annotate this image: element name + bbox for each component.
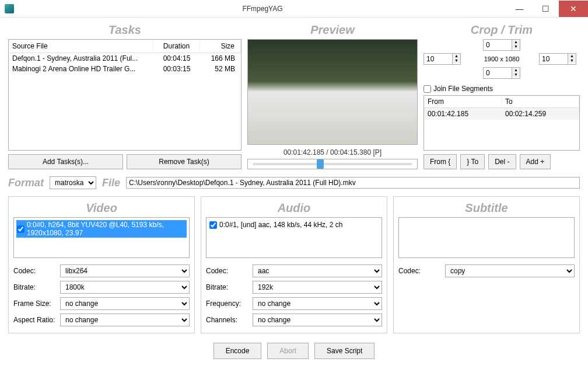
segment-row[interactable]: 00:01:42.185 00:02:14.259 <box>424 108 579 120</box>
add-tasks-button[interactable]: Add Tasks(s)... <box>8 154 123 169</box>
titlebar: FFmpegYAG — ☐ ✕ <box>0 0 588 18</box>
segments-table[interactable]: From To 00:01:42.185 00:02:14.259 <box>424 95 580 151</box>
save-script-button[interactable]: Save Script <box>314 343 374 359</box>
encode-button[interactable]: Encode <box>214 343 262 359</box>
window-title: FFmpegYAG <box>19 5 506 13</box>
preview-heading: Preview <box>247 23 418 37</box>
app-icon <box>5 4 14 13</box>
tasks-heading: Tasks <box>8 23 242 37</box>
col-duration[interactable]: Duration <box>153 40 200 53</box>
crop-heading: Crop / Trim <box>424 23 580 37</box>
subtitle-heading: Subtitle <box>398 201 575 215</box>
audio-codec-select[interactable]: aac <box>253 264 382 277</box>
video-stream-list[interactable]: 0:0#0, h264, 8bit YUV420 @L40, 5193 kb/s… <box>13 217 190 258</box>
video-stream-item[interactable]: 0:0#0, h264, 8bit YUV420 @L40, 5193 kb/s… <box>16 220 187 238</box>
abort-button[interactable]: Abort <box>267 343 309 359</box>
maximize-button[interactable]: ☐ <box>533 1 559 17</box>
video-stream-checkbox[interactable] <box>17 225 24 233</box>
video-heading: Video <box>13 201 190 215</box>
video-framesize-select[interactable]: no change <box>60 297 190 310</box>
close-button[interactable]: ✕ <box>559 1 588 17</box>
remove-tasks-button[interactable]: Remove Task(s) <box>127 154 242 169</box>
crop-bottom-input[interactable] <box>483 67 512 79</box>
crop-left-input[interactable] <box>424 53 453 65</box>
to-button[interactable]: } To <box>460 154 485 169</box>
audio-stream-item[interactable]: 0:0#1, [und] aac, 148 kb/s, 44 kHz, 2 ch <box>209 220 379 229</box>
task-row[interactable]: Mabinogi 2 Arena Online HD Trailer G... … <box>9 64 241 74</box>
crop-top-input[interactable] <box>483 39 512 51</box>
task-row[interactable]: Defqon.1 - Sydney, Australia 2011 (Ful..… <box>9 53 241 64</box>
spin-buttons[interactable]: ▲▼ <box>453 53 461 65</box>
audio-heading: Audio <box>206 201 382 215</box>
format-select[interactable]: matroska <box>50 176 96 189</box>
format-label: Format <box>8 177 44 189</box>
video-codec-select[interactable]: libx264 <box>60 264 190 277</box>
seek-slider[interactable] <box>247 159 418 169</box>
file-label: File <box>102 177 120 189</box>
video-bitrate-select[interactable]: 1800k <box>60 281 190 294</box>
preview-video[interactable] <box>247 39 418 145</box>
audio-stream-checkbox[interactable] <box>209 221 217 229</box>
join-segments-label: Join File Segments <box>433 85 493 93</box>
slider-thumb[interactable] <box>317 159 324 169</box>
subtitle-stream-list[interactable] <box>398 217 575 258</box>
spin-buttons[interactable]: ▲▼ <box>568 53 576 65</box>
subtitle-codec-select[interactable]: copy <box>445 264 575 277</box>
audio-channels-select[interactable]: no change <box>253 314 382 326</box>
minimize-button[interactable]: — <box>506 1 533 17</box>
add-segment-button[interactable]: Add + <box>520 154 551 169</box>
from-button[interactable]: From { <box>424 154 457 169</box>
audio-stream-list[interactable]: 0:0#1, [und] aac, 148 kb/s, 44 kHz, 2 ch <box>206 217 382 258</box>
del-segment-button[interactable]: Del - <box>488 154 516 169</box>
join-segments-checkbox[interactable] <box>424 85 431 93</box>
spin-buttons[interactable]: ▲▼ <box>512 39 520 51</box>
preview-time: 00:01:42.185 / 00:04:15.380 [P] <box>247 148 418 156</box>
crop-right-input[interactable] <box>539 53 568 65</box>
col-size[interactable]: Size <box>200 40 241 53</box>
crop-dimensions: 1900 x 1080 <box>467 55 537 62</box>
col-source[interactable]: Source File <box>9 40 153 53</box>
spin-buttons[interactable]: ▲▼ <box>512 67 520 79</box>
audio-bitrate-select[interactable]: 192k <box>253 281 382 294</box>
col-to[interactable]: To <box>502 96 579 107</box>
video-aspect-select[interactable]: no change <box>60 314 190 326</box>
audio-freq-select[interactable]: no change <box>253 297 382 310</box>
file-path-input[interactable] <box>126 177 580 189</box>
tasks-table[interactable]: Source File Duration Size Defqon.1 - Syd… <box>8 39 242 151</box>
col-from[interactable]: From <box>424 96 502 107</box>
